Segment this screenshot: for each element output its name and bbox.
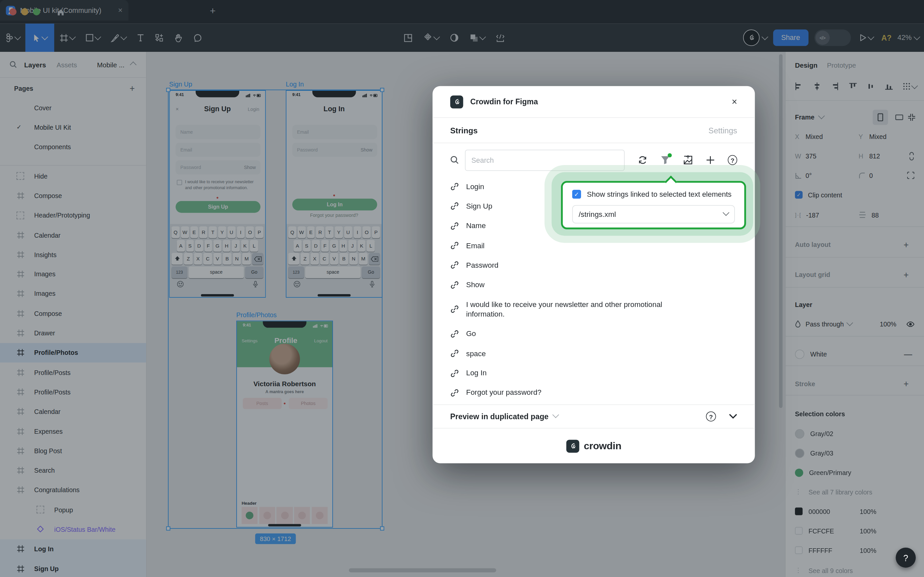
link-icon — [450, 221, 459, 230]
crowdin-icon — [450, 95, 463, 108]
linked-strings-checkbox[interactable]: ✓ — [572, 190, 581, 199]
preview-label: Preview in duplicated page — [450, 412, 549, 421]
string-text: I would like to receive your newsletter … — [466, 300, 702, 319]
string-row[interactable]: Show — [433, 275, 755, 295]
string-text: Log In — [466, 368, 486, 378]
link-icon — [450, 369, 459, 378]
string-text: Sign Up — [466, 202, 492, 211]
string-row[interactable]: Email — [433, 236, 755, 255]
upload-button[interactable] — [683, 155, 693, 165]
preview-row[interactable]: Preview in duplicated page ? — [433, 405, 755, 428]
modal-footer: crowdin — [433, 428, 755, 463]
crowdin-logo-icon — [566, 439, 579, 452]
crowdin-wordmark: crowdin — [584, 440, 621, 452]
string-row[interactable]: space — [433, 343, 755, 363]
string-row[interactable]: Log In — [433, 363, 755, 383]
string-text: Forgot your password? — [466, 388, 541, 398]
link-icon — [450, 349, 459, 358]
link-icon — [450, 241, 459, 250]
link-icon — [450, 280, 459, 289]
string-row[interactable]: Password — [433, 256, 755, 275]
crowdin-plugin-modal: Crowdin for Figma × Strings Settings ? L… — [433, 86, 755, 463]
link-icon — [450, 305, 459, 314]
modal-header: Crowdin for Figma × — [433, 86, 755, 118]
link-icon — [450, 261, 459, 270]
link-icon — [450, 202, 459, 211]
modal-close-icon[interactable]: × — [732, 97, 737, 107]
file-select[interactable]: /strings.xml — [572, 205, 735, 223]
modal-tabs: Strings Settings — [433, 118, 755, 143]
add-string-button[interactable] — [706, 155, 715, 164]
file-select-value: /strings.xml — [579, 210, 724, 219]
help-bubble-button[interactable]: ? — [896, 548, 916, 568]
string-text: Email — [466, 241, 485, 251]
tab-strings[interactable]: Strings — [450, 126, 478, 135]
link-icon — [450, 182, 459, 191]
modal-title: Crowdin for Figma — [470, 97, 725, 106]
link-icon — [450, 329, 459, 338]
string-text: Login — [466, 182, 484, 192]
search-icon — [450, 155, 459, 164]
help-icon[interactable]: ? — [728, 155, 737, 165]
string-text: Password — [466, 260, 498, 270]
linked-strings-label: Show strings linked to selected text ele… — [587, 190, 732, 198]
filter-active-dot — [668, 153, 672, 158]
string-row[interactable]: Forgot your password? — [433, 383, 755, 402]
filter-popover: ✓ Show strings linked to selected text e… — [561, 181, 746, 229]
filter-button[interactable] — [661, 155, 670, 164]
preview-help-icon[interactable]: ? — [706, 411, 716, 421]
string-row[interactable]: Go — [433, 324, 755, 343]
collapse-chevron-icon[interactable] — [729, 414, 737, 419]
string-text: Name — [466, 221, 486, 231]
refresh-button[interactable] — [637, 155, 647, 165]
string-row[interactable]: I would like to receive your newsletter … — [433, 295, 755, 324]
string-text: Go — [466, 329, 476, 338]
figma-window: Mobile UI kit (Community) × + — [0, 0, 924, 577]
tab-settings[interactable]: Settings — [708, 126, 737, 135]
search-input[interactable] — [465, 150, 625, 171]
chevron-down-icon — [552, 411, 559, 418]
chevron-down-icon — [723, 209, 729, 216]
string-text: Show — [466, 280, 485, 290]
link-icon — [450, 388, 459, 397]
string-text: space — [466, 349, 486, 358]
